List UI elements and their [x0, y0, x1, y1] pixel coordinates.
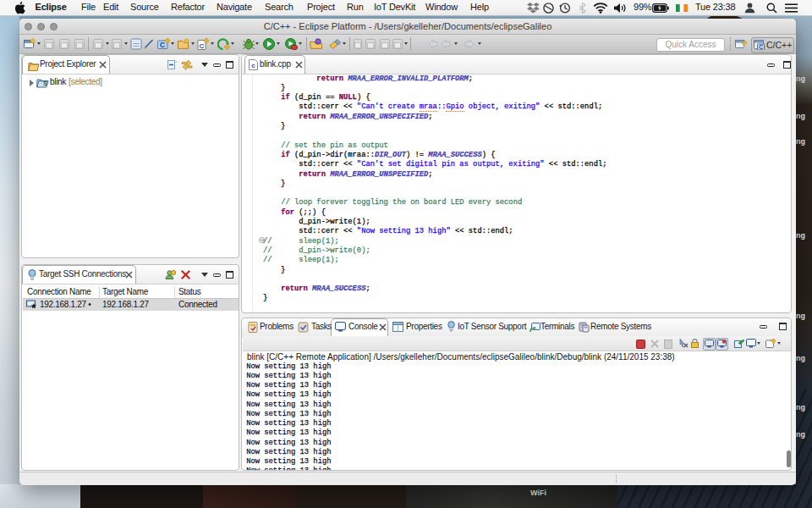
svg-text:C: C	[200, 42, 205, 50]
svg-text:C: C	[160, 41, 165, 49]
svg-text:S: S	[43, 80, 47, 87]
svg-text::::: :::	[134, 41, 140, 47]
svg-text:C: C	[759, 44, 763, 50]
svg-text:c: c	[251, 62, 255, 69]
